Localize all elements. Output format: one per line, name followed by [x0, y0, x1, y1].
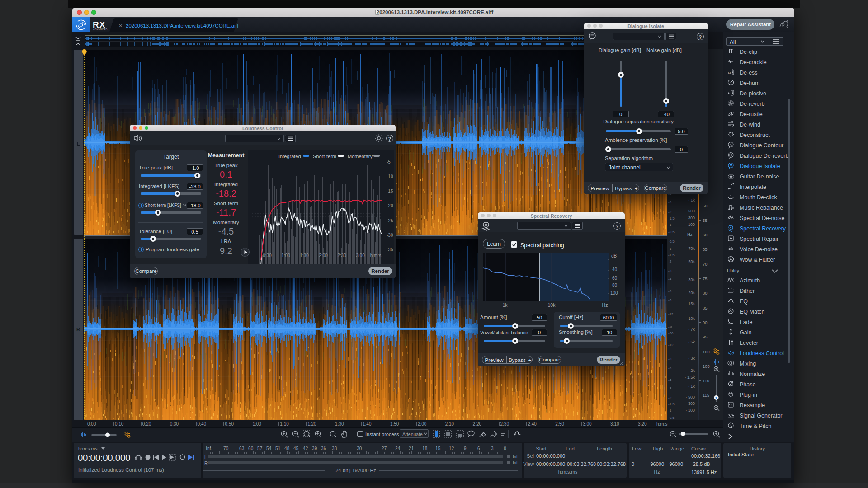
- svg-text:ss: ss: [728, 70, 731, 75]
